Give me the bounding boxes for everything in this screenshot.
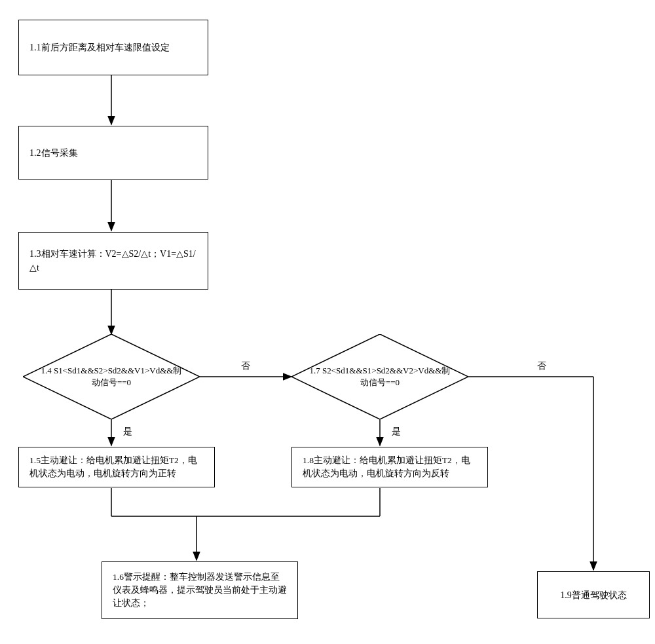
process-1-8: 1.8主动避让：给电机累加避让扭矩T2，电机状态为电动，电机旋转方向为反转 (291, 447, 488, 487)
process-1-2: 1.2信号采集 (18, 126, 208, 180)
process-1-6-text: 1.6警示提醒：整车控制器发送警示信息至仪表及蜂鸣器，提示驾驶员当前处于主动避让… (113, 571, 287, 611)
connectors (0, 0, 655, 644)
process-1-3-text: 1.3相对车速计算：V2=△S2/△t；V1=△S1/△t (29, 247, 197, 275)
label-yes-1-7: 是 (392, 426, 401, 438)
process-1-3: 1.3相对车速计算：V2=△S2/△t；V1=△S1/△t (18, 232, 208, 290)
decision-1-7-text: 1.7 S2<Sd1&&S1>Sd2&&V2>Vd&&制动信号==0 (309, 365, 451, 388)
process-1-9-text: 1.9普通驾驶状态 (560, 588, 627, 602)
flowchart-container: 1.1前后方距离及相对车速限值设定 1.2信号采集 1.3相对车速计算：V2=△… (0, 0, 655, 644)
process-1-1: 1.1前后方距离及相对车速限值设定 (18, 20, 208, 75)
process-1-8-text: 1.8主动避让：给电机累加避让扭矩T2，电机状态为电动，电机旋转方向为反转 (303, 454, 477, 481)
decision-1-4-text: 1.4 S1<Sd1&&S2>Sd2&&V1>Vd&&制动信号==0 (41, 365, 182, 388)
process-1-5-text: 1.5主动避让：给电机累加避让扭矩T2，电机状态为电动，电机旋转方向为正转 (29, 454, 204, 481)
process-1-6: 1.6警示提醒：整车控制器发送警示信息至仪表及蜂鸣器，提示驾驶员当前处于主动避让… (102, 561, 298, 619)
process-1-2-text: 1.2信号采集 (29, 146, 78, 160)
decision-1-7: 1.7 S2<Sd1&&S1>Sd2&&V2>Vd&&制动信号==0 (291, 334, 468, 419)
label-no-1-4: 否 (241, 360, 250, 372)
process-1-1-text: 1.1前后方距离及相对车速限值设定 (29, 41, 170, 54)
process-1-9: 1.9普通驾驶状态 (537, 571, 650, 618)
process-1-5: 1.5主动避让：给电机累加避让扭矩T2，电机状态为电动，电机旋转方向为正转 (18, 447, 215, 487)
decision-1-4: 1.4 S1<Sd1&&S2>Sd2&&V1>Vd&&制动信号==0 (23, 334, 200, 419)
label-no-1-7: 否 (537, 360, 546, 372)
label-yes-1-4: 是 (123, 426, 132, 438)
